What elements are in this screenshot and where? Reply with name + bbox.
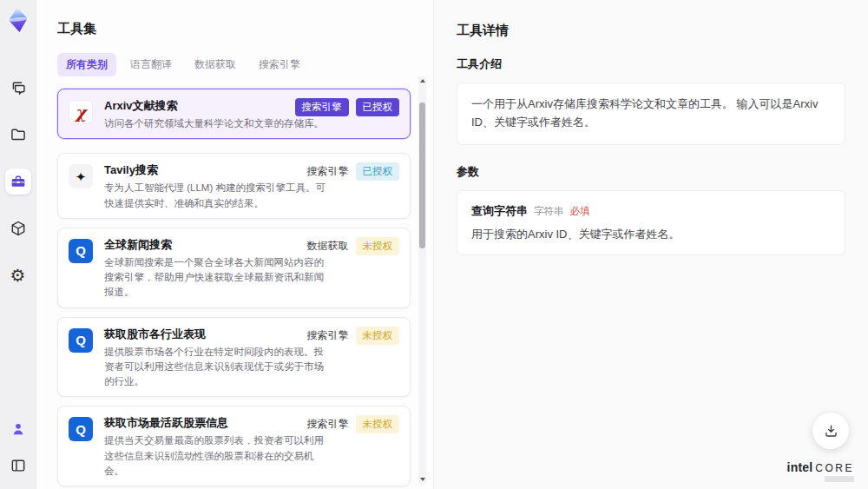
nav-files[interactable] (5, 122, 31, 148)
scrollbar-thumb[interactable] (419, 102, 425, 248)
nav-models[interactable] (5, 215, 31, 241)
category-tabs: 所有类别 语言翻译 数据获取 搜索引擎 (57, 53, 433, 76)
left-rail: ⚙ (0, 0, 36, 489)
tool-description: 专为人工智能代理 (LLM) 构建的搜索引擎工具。可快速提供实时、准确和真实的结… (104, 181, 332, 211)
chat-icon (10, 79, 27, 96)
tab-search-engine[interactable]: 搜索引擎 (250, 53, 309, 76)
param-required-badge: 必填 (570, 205, 590, 218)
tool-card-tavily[interactable]: ✦ Tavily搜索 专为人工智能代理 (LLM) 构建的搜索引擎工具。可快速提… (57, 153, 411, 219)
core-wordmark: core (815, 462, 854, 474)
category-label: 搜索引擎 (307, 417, 349, 432)
tab-data-fetch[interactable]: 数据获取 (186, 53, 245, 76)
params-heading: 参数 (457, 164, 845, 180)
intel-core-logo: intel core (787, 460, 854, 482)
category-label: 搜索引擎 (307, 328, 349, 343)
param-description: 用于搜索的Arxiv ID、关键字或作者姓名。 (471, 227, 831, 242)
category-label: 数据获取 (307, 239, 349, 254)
param-name: 查询字符串 (471, 203, 528, 219)
cube-icon (10, 220, 27, 237)
app-logo-icon (5, 7, 31, 33)
toolbox-icon (10, 173, 27, 190)
tab-all-categories[interactable]: 所有类别 (57, 53, 116, 76)
gear-icon: ⚙ (10, 267, 26, 284)
param-card: 查询字符串 字符串 必填 用于搜索的Arxiv ID、关键字或作者姓名。 (457, 190, 845, 255)
param-type: 字符串 (534, 205, 564, 218)
tool-card-arxiv[interactable]: χ Arxiv文献搜索 访问各个研究领域大量科学论文和文章的存储库。 搜索引擎 … (57, 89, 411, 139)
q-logo-icon: Q (69, 239, 93, 263)
auth-badge: 已授权 (356, 98, 400, 116)
intro-card: 一个用于从Arxiv存储库搜索科学论文和文章的工具。 输入可以是Arxiv ID… (457, 83, 845, 145)
q-logo-icon: Q (69, 417, 93, 441)
nav-user[interactable] (5, 416, 31, 442)
tab-language-translation[interactable]: 语言翻译 (122, 53, 181, 76)
download-icon (823, 423, 839, 439)
folder-icon (10, 126, 27, 143)
tool-description: 全球新闻搜索是一个聚合全球各大新闻网站内容的搜索引擎，帮助用户快速获取全球最新资… (104, 255, 332, 301)
brand-sub-mark (825, 476, 854, 482)
tool-description: 提供当天交易量最高的股票列表，投资者可以利用这些信息来识别流动性强的股票和潜在的… (104, 433, 332, 479)
list-scrollbar[interactable] (418, 76, 426, 484)
details-title: 工具详情 (457, 23, 845, 39)
tool-description: 提供股票市场各个行业在特定时间段内的表现。投资者可以利用这些信息来识别表现优于或… (104, 345, 332, 390)
user-avatar-icon (10, 420, 27, 438)
scroll-down-arrow[interactable] (418, 475, 426, 484)
auth-badge: 未授权 (356, 327, 400, 345)
auth-badge: 未授权 (356, 415, 400, 433)
nav-chat[interactable] (5, 75, 31, 101)
category-label: 搜索引擎 (307, 164, 349, 179)
intro-heading: 工具介绍 (457, 56, 845, 72)
tool-description: 访问各个研究领域大量科学论文和文章的存储库。 (104, 116, 332, 131)
nav-panel-toggle[interactable] (5, 453, 31, 479)
panel-toggle-icon (10, 457, 27, 474)
tool-card-active-stocks[interactable]: Q 获取市场最活跃股票信息 提供当天交易量最高的股票列表，投资者可以利用这些信息… (57, 406, 411, 486)
intel-wordmark: intel (787, 460, 813, 474)
arxiv-logo-icon: χ (69, 100, 93, 124)
tool-list: χ Arxiv文献搜索 访问各个研究领域大量科学论文和文章的存储库。 搜索引擎 … (57, 89, 411, 489)
q-logo-icon: Q (69, 328, 93, 353)
nav-settings[interactable]: ⚙ (5, 262, 31, 288)
auth-badge: 已授权 (356, 162, 400, 181)
tool-details-panel: 工具详情 工具介绍 一个用于从Arxiv存储库搜索科学论文和文章的工具。 输入可… (434, 0, 868, 489)
download-button[interactable] (812, 413, 849, 449)
intro-text: 一个用于从Arxiv存储库搜索科学论文和文章的工具。 输入可以是Arxiv ID… (471, 96, 831, 132)
category-badge: 搜索引擎 (295, 98, 349, 116)
page-title: 工具集 (57, 21, 433, 37)
tool-card-stock-sectors[interactable]: Q 获取股市各行业表现 提供股票市场各个行业在特定时间段内的表现。投资者可以利用… (57, 317, 411, 398)
app-window: ⚙ 工具集 所有类别 语言翻译 数据获取 (0, 0, 868, 489)
scroll-up-arrow[interactable] (418, 76, 426, 85)
tavily-star-icon: ✦ (69, 164, 93, 188)
tool-card-global-news[interactable]: Q 全球新闻搜索 全球新闻搜索是一个聚合全球各大新闻网站内容的搜索引擎，帮助用户… (57, 228, 411, 308)
nav-tools-active[interactable] (5, 169, 31, 195)
tool-list-panel: 工具集 所有类别 语言翻译 数据获取 搜索引擎 χ Arxiv文献搜索 访问各个… (36, 0, 434, 489)
auth-badge: 未授权 (356, 237, 400, 255)
